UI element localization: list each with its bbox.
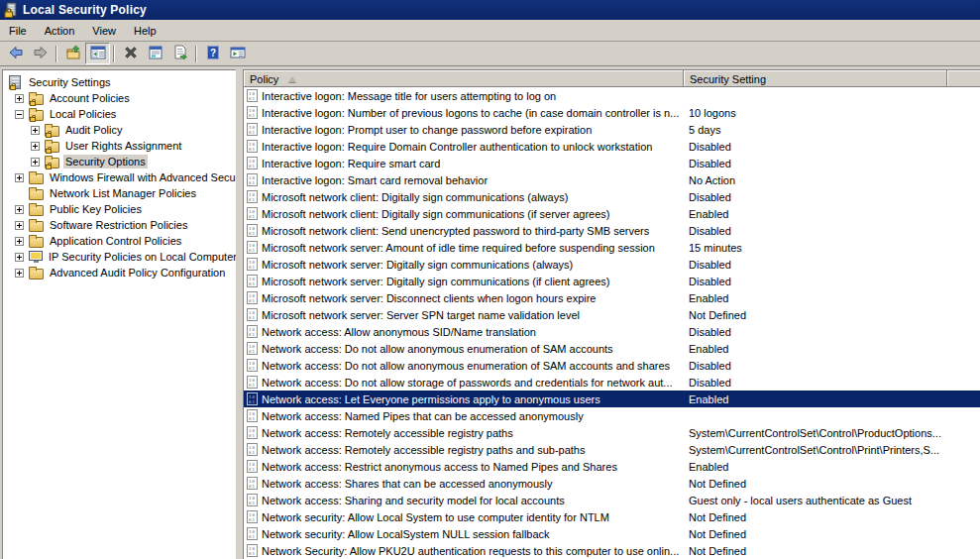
policy-row[interactable]: Interactive logon: Smart card removal be… [244, 171, 980, 188]
tree-item-label[interactable]: Account Policies [48, 91, 132, 105]
forward-button[interactable] [28, 43, 53, 64]
tree-item-label[interactable]: Windows Firewall with Advanced Security [48, 170, 236, 184]
menu-action[interactable]: Action [36, 22, 84, 40]
tree-item-label[interactable]: IP Security Policies on Local Computer [47, 250, 236, 264]
policy-cell: Interactive logon: Message title for use… [244, 89, 684, 102]
policy-row[interactable]: Network access: Restrict anonymous acces… [244, 458, 980, 475]
tree-item[interactable]: Public Key Policies [3, 201, 236, 217]
policy-cell: Network access: Restrict anonymous acces… [244, 460, 684, 473]
policy-row[interactable]: Interactive logon: Prompt user to change… [244, 121, 980, 138]
security-setting-value: Disabled [684, 360, 980, 372]
policy-row[interactable]: Microsoft network client: Digitally sign… [244, 205, 980, 222]
security-setting-value: Not Defined [684, 478, 980, 490]
properties-button[interactable] [143, 43, 167, 64]
expand-icon[interactable] [31, 158, 40, 167]
policy-row[interactable]: Microsoft network server: Amount of idle… [244, 239, 980, 256]
column-header-policy[interactable]: Policy [244, 70, 684, 87]
menu-file[interactable]: File [0, 22, 36, 40]
tree-item[interactable]: Account Policies [3, 90, 236, 106]
tree-item-label[interactable]: Network List Manager Policies [48, 186, 198, 200]
policy-row[interactable]: Network security: Allow Local System to … [244, 508, 980, 525]
expand-icon[interactable] [15, 221, 24, 230]
expand-icon[interactable] [15, 205, 24, 214]
tree-item-label[interactable]: Security Options [63, 155, 148, 168]
policy-row[interactable]: Network access: Sharing and security mod… [244, 492, 980, 508]
policy-row[interactable]: Network access: Do not allow anonymous e… [244, 357, 980, 374]
tree-item-label[interactable]: Security Settings [27, 75, 113, 89]
policy-row[interactable]: Network access: Named Pipes that can be … [244, 407, 980, 424]
menu-bar: FileActionViewHelp [0, 20, 980, 42]
menu-view[interactable]: View [83, 22, 125, 40]
tree-item[interactable]: Application Control Policies [3, 233, 236, 249]
policy-row[interactable]: Interactive logon: Number of previous lo… [244, 104, 980, 121]
policy-row[interactable]: Microsoft network server: Digitally sign… [244, 256, 980, 273]
policy-name: Microsoft network server: Amount of idle… [262, 242, 655, 254]
expand-icon[interactable] [31, 142, 40, 151]
tree-item[interactable]: Local Policies [3, 106, 236, 122]
expand-icon[interactable] [15, 269, 24, 278]
expand-icon[interactable] [15, 253, 24, 262]
policy-row[interactable]: Microsoft network server: Disconnect cli… [244, 289, 980, 306]
collapse-icon[interactable] [15, 110, 24, 119]
help-button[interactable]: ? [200, 43, 225, 64]
policy-row[interactable]: Microsoft network server: Digitally sign… [244, 273, 980, 289]
expand-icon[interactable] [15, 94, 24, 103]
policy-row[interactable]: Network access: Do not allow anonymous e… [244, 340, 980, 357]
column-header-security-setting[interactable]: Security Setting [684, 70, 947, 87]
back-button[interactable] [3, 43, 28, 64]
tree-pane: Security SettingsAccount PoliciesLocal P… [2, 69, 236, 559]
up-one-level-button[interactable] [60, 43, 85, 64]
policy-row[interactable]: Network Security: Allow PKU2U authentica… [244, 542, 980, 559]
tree-item[interactable]: Network List Manager Policies [3, 185, 236, 201]
policy-row[interactable]: Network access: Remotely accessible regi… [244, 424, 980, 441]
tree-item-label[interactable]: Audit Policy [63, 123, 124, 137]
tree-item[interactable]: Software Restriction Policies [3, 217, 236, 233]
policy-name: Network access: Do not allow anonymous e… [262, 343, 613, 355]
policy-name: Interactive logon: Prompt user to change… [262, 124, 592, 136]
expand-icon[interactable] [15, 173, 24, 182]
policy-doc-icon [247, 544, 258, 557]
policy-cell: Microsoft network server: Server SPN tar… [244, 308, 684, 321]
policy-doc-icon [247, 291, 258, 304]
policy-row[interactable]: Interactive logon: Require Domain Contro… [244, 138, 980, 155]
policy-row[interactable]: Microsoft network server: Server SPN tar… [244, 306, 980, 323]
export-list-button[interactable] [167, 43, 192, 64]
policy-cell: Network access: Allow anonymous SID/Name… [244, 325, 684, 338]
policy-row[interactable]: Network access: Do not allow storage of … [244, 374, 980, 391]
tree-item-label[interactable]: Advanced Audit Policy Configuration [48, 266, 227, 280]
tree-item-label[interactable]: Local Policies [48, 107, 118, 121]
tree-item[interactable]: Advanced Audit Policy Configuration [3, 265, 236, 280]
folder-icon [29, 221, 44, 232]
tree-item-label[interactable]: User Rights Assignment [63, 139, 183, 153]
tree-item[interactable]: IP Security Policies on Local Computer [3, 249, 236, 265]
policy-row[interactable]: Microsoft network client: Digitally sign… [244, 188, 980, 205]
expand-icon[interactable] [31, 126, 40, 135]
policy-name: Network access: Shares that can be acces… [262, 478, 552, 490]
policy-row[interactable]: Network access: Allow anonymous SID/Name… [244, 323, 980, 340]
properties-icon [148, 45, 163, 63]
show-console-tree-button[interactable] [85, 43, 110, 64]
menu-help[interactable]: Help [125, 22, 165, 40]
tree-item-label[interactable]: Public Key Policies [48, 202, 144, 216]
policy-row[interactable]: Network access: Remotely accessible regi… [244, 441, 980, 458]
policy-row[interactable]: Interactive logon: Message title for use… [244, 87, 980, 104]
policy-row[interactable]: Microsoft network client: Send unencrypt… [244, 222, 980, 239]
tree-item[interactable]: Windows Firewall with Advanced Security [3, 169, 236, 185]
security-setting-value: Disabled [684, 141, 980, 153]
delete-button[interactable] [118, 43, 143, 64]
tree-item-label[interactable]: Software Restriction Policies [48, 218, 189, 232]
expand-icon[interactable] [15, 237, 24, 246]
security-setting-value: Disabled [684, 276, 980, 287]
policy-row[interactable]: Network access: Shares that can be acces… [244, 475, 980, 492]
policy-name: Interactive logon: Smart card removal be… [262, 174, 488, 186]
tree-item[interactable]: Security Settings [3, 74, 236, 90]
tree-item[interactable]: Audit Policy [3, 122, 236, 138]
policy-doc-icon [247, 460, 258, 473]
tree-item[interactable]: User Rights Assignment [3, 138, 236, 154]
policy-row[interactable]: Interactive logon: Require smart cardDis… [244, 155, 980, 171]
policy-row[interactable]: Network security: Allow LocalSystem NULL… [244, 525, 980, 542]
tree-item[interactable]: Security Options [3, 154, 236, 169]
tree-item-label[interactable]: Application Control Policies [48, 234, 183, 248]
policy-row[interactable]: Network access: Let Everyone permissions… [244, 391, 980, 407]
show-action-pane-button[interactable] [225, 43, 250, 64]
